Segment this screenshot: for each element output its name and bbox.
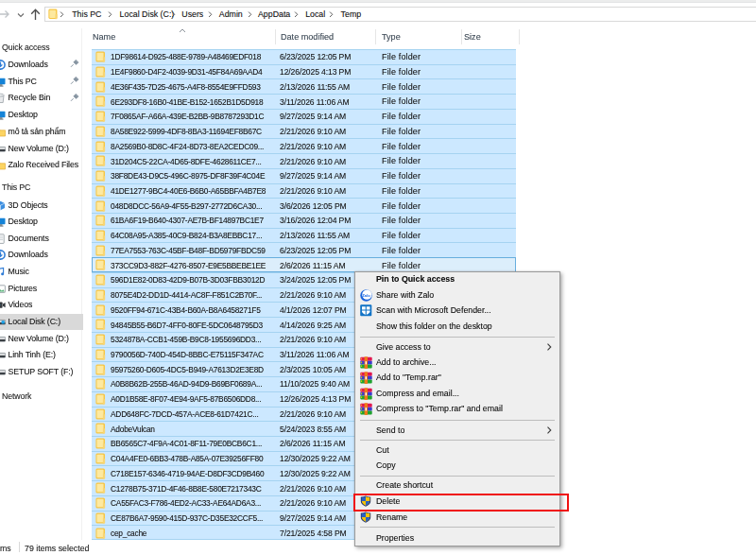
svg-text:Zalo: Zalo — [362, 293, 370, 298]
